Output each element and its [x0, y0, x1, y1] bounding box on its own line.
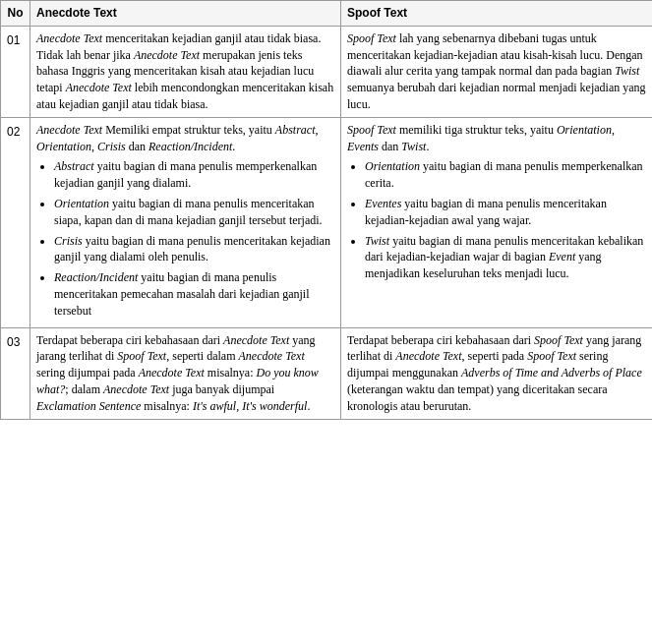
anecdote-cell: Terdapat beberapa ciri kebahasaan dari A…: [30, 327, 341, 419]
no-header: No: [1, 1, 30, 27]
row-number: 01: [1, 26, 30, 117]
row-number: 02: [1, 117, 30, 327]
anecdote-header: Anecdote Text: [30, 1, 341, 27]
table-row: 01Anecdote Text menceritakan kejadian ga…: [1, 26, 653, 117]
table-header-row: No Anecdote Text Spoof Text: [1, 1, 653, 27]
anecdote-cell: Anecdote Text menceritakan kejadian ganj…: [30, 26, 341, 117]
spoof-header: Spoof Text: [341, 1, 653, 27]
anecdote-cell: Anecdote Text Memiliki empat struktur te…: [30, 117, 341, 327]
row-number: 03: [1, 327, 30, 419]
spoof-cell: Terdapat beberapa ciri kebahasaan dari S…: [341, 327, 653, 419]
spoof-cell: Spoof Text memiliki tiga struktur teks, …: [341, 117, 653, 327]
spoof-cell: Spoof Text lah yang sebenarnya dibebani …: [341, 26, 653, 117]
comparison-table: No Anecdote Text Spoof Text 01Anecdote T…: [0, 0, 652, 420]
table-row: 03Terdapat beberapa ciri kebahasaan dari…: [1, 327, 653, 419]
table-row: 02Anecdote Text Memiliki empat struktur …: [1, 117, 653, 327]
